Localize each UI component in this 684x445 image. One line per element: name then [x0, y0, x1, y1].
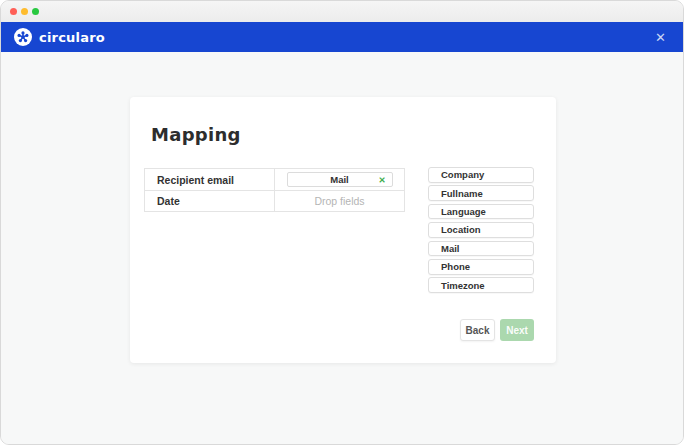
page-content: Mapping Recipient email Mail ✕ Date Dro — [1, 52, 683, 445]
next-button[interactable]: Next — [500, 319, 534, 341]
mapping-card: Mapping Recipient email Mail ✕ Date Dro — [130, 97, 556, 363]
table-row: Date Drop fields — [145, 190, 404, 211]
brand-name: circularo — [39, 30, 105, 45]
field-item-location[interactable]: Location — [428, 222, 534, 238]
chip-label: Mail — [330, 174, 348, 185]
window-close-icon[interactable] — [10, 8, 17, 15]
field-item-language[interactable]: Language — [428, 204, 534, 220]
window-minimize-icon[interactable] — [21, 8, 28, 15]
back-button[interactable]: Back — [460, 319, 495, 341]
field-item-company[interactable]: Company — [428, 167, 534, 183]
page-title: Mapping — [151, 124, 241, 145]
field-item-fullname[interactable]: Fullname — [428, 185, 534, 201]
close-icon[interactable]: ✕ — [651, 29, 670, 46]
row-label-date: Date — [145, 191, 275, 211]
app-header: circularo ✕ — [1, 22, 683, 52]
table-row: Recipient email Mail ✕ — [145, 169, 404, 190]
drop-cell-recipient-email[interactable]: Mail ✕ — [275, 169, 404, 190]
action-buttons: Back Next — [460, 319, 534, 341]
circularo-logo-icon — [14, 28, 32, 46]
app-window: circularo ✕ Mapping Recipient email Mail… — [0, 0, 684, 445]
row-label-recipient-email: Recipient email — [145, 169, 275, 190]
drop-placeholder: Drop fields — [314, 195, 364, 207]
drop-cell-date[interactable]: Drop fields — [275, 191, 404, 211]
field-item-mail[interactable]: Mail — [428, 241, 534, 257]
field-chip-mail[interactable]: Mail ✕ — [287, 172, 393, 187]
window-maximize-icon[interactable] — [32, 8, 39, 15]
titlebar — [1, 1, 683, 22]
field-item-timezone[interactable]: Timezone — [428, 277, 534, 293]
field-item-phone[interactable]: Phone — [428, 259, 534, 275]
mapping-table: Recipient email Mail ✕ Date Drop fields — [144, 168, 405, 212]
available-fields-list: Company Fullname Language Location Mail … — [428, 167, 534, 296]
remove-chip-icon[interactable]: ✕ — [378, 175, 385, 184]
